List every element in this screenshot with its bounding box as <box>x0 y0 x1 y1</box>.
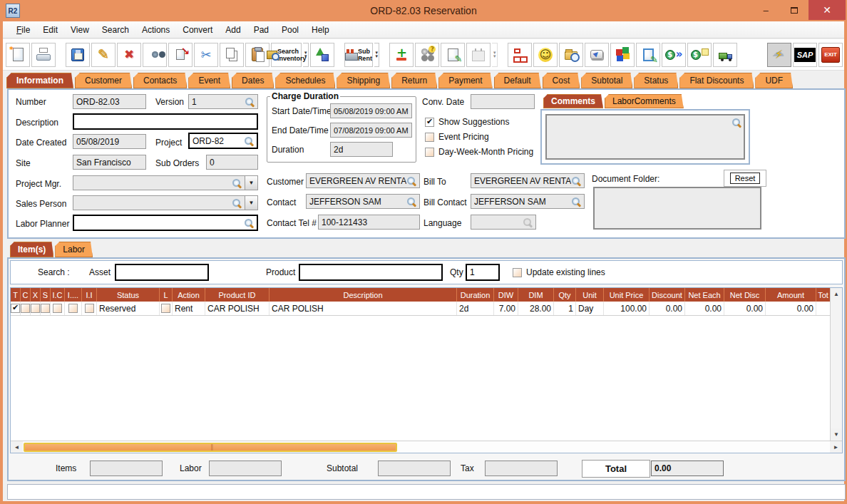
tab-status[interactable]: Status <box>634 73 678 88</box>
menu-edit[interactable]: Edit <box>36 23 64 37</box>
col-dim[interactable]: DIM <box>518 288 554 302</box>
document-folder-box[interactable] <box>593 187 761 230</box>
project-lookup-icon[interactable] <box>244 136 254 146</box>
money-transfer-button[interactable]: $» <box>662 43 686 67</box>
tab-schedules[interactable]: Schedules <box>275 73 335 88</box>
menu-search[interactable]: Search <box>96 23 135 37</box>
col-idots[interactable]: I.... <box>65 288 82 302</box>
menu-help[interactable]: Help <box>305 23 336 37</box>
table-row[interactable]: Reserved Rent CAR POLISH CAR POLISH 2d 7… <box>11 302 830 316</box>
maximize-button[interactable] <box>780 0 808 20</box>
update-lines-checkbox[interactable] <box>513 268 522 277</box>
project-mgr-field[interactable] <box>73 175 245 190</box>
row-idots-checkbox[interactable] <box>68 304 78 313</box>
find-button[interactable] <box>143 43 167 67</box>
scrollbar-thumb[interactable] <box>24 443 397 452</box>
version-field[interactable]: 1 <box>188 94 258 109</box>
sales-person-field[interactable] <box>73 195 245 210</box>
tab-cost[interactable]: Cost <box>543 73 580 88</box>
availability-button[interactable]: ? <box>415 43 439 67</box>
col-description[interactable]: Description <box>270 288 457 302</box>
menu-pool[interactable]: Pool <box>275 23 305 37</box>
scroll-up-arrow[interactable]: ▲ <box>831 288 842 300</box>
edit-button[interactable]: ✎ <box>91 43 115 67</box>
tab-comments[interactable]: Comments <box>543 94 603 108</box>
menu-file[interactable]: File <box>10 23 36 37</box>
horizontal-scrollbar[interactable]: ◄ ► <box>11 441 842 453</box>
customer-lookup-icon[interactable] <box>406 176 416 186</box>
tab-payment[interactable]: Payment <box>438 73 492 88</box>
scroll-left-arrow[interactable]: ◄ <box>11 441 23 453</box>
project-mgr-lookup-icon[interactable] <box>232 178 242 188</box>
col-duration[interactable]: Duration <box>457 288 494 302</box>
col-product-id[interactable]: Product ID <box>205 288 270 302</box>
comments-textarea[interactable] <box>545 114 745 160</box>
col-qty[interactable]: Qty <box>554 288 576 302</box>
bill-contact-field[interactable]: JEFFERSON SAM <box>471 194 585 209</box>
add-remove-lines-button[interactable]: + <box>389 43 414 67</box>
event-pricing-checkbox[interactable] <box>425 133 434 142</box>
scroll-down-arrow[interactable]: ▼ <box>831 428 842 441</box>
inventory-cubes-button[interactable] <box>610 43 635 67</box>
col-net-disc[interactable]: Net Disc <box>724 288 766 302</box>
notes-button[interactable]: ✎ <box>441 43 465 67</box>
copy-order-button[interactable]: ↘ <box>168 43 192 67</box>
bill-contact-lookup-icon[interactable] <box>571 197 581 207</box>
col-tot[interactable]: Tot <box>816 288 830 302</box>
bill-to-field[interactable]: EVERGREEN AV RENTALS <box>471 173 585 188</box>
total-button[interactable]: Total <box>582 460 650 478</box>
tab-dates[interactable]: Dates <box>232 73 274 88</box>
col-ic[interactable]: I.C <box>51 288 65 302</box>
comments-lookup-icon[interactable] <box>732 118 741 128</box>
col-l[interactable]: L <box>160 288 173 302</box>
search-inventory-button[interactable]: Search Inventory <box>271 43 302 67</box>
row-t-checkbox[interactable] <box>11 304 20 313</box>
description-input[interactable] <box>73 113 258 130</box>
day-week-month-checkbox[interactable] <box>425 148 434 157</box>
project-mgr-dropdown[interactable]: ▼ <box>245 175 258 190</box>
edit-note-button[interactable]: ✎ <box>636 43 660 67</box>
convert-button[interactable] <box>310 43 334 67</box>
sales-person-lookup-icon[interactable] <box>232 198 242 208</box>
minimize-button[interactable]: – <box>751 0 780 20</box>
customer-field[interactable]: EVERGREEN AV RENTALS <box>306 173 420 188</box>
col-diw[interactable]: DIW <box>494 288 518 302</box>
tab-labor[interactable]: Labor <box>55 242 93 257</box>
tab-flat-discounts[interactable]: Flat Discounts <box>679 73 754 88</box>
smiley-button[interactable]: ☺ <box>533 43 558 67</box>
col-status[interactable]: Status <box>97 288 160 302</box>
project-field[interactable]: ORD-82 <box>188 133 258 149</box>
document-folder-button[interactable] <box>559 43 583 67</box>
paste-button[interactable] <box>245 43 270 67</box>
new-document-button[interactable]: * <box>6 43 30 67</box>
tab-information[interactable]: Information <box>6 73 73 88</box>
menu-add[interactable]: Add <box>219 23 247 37</box>
sap-button[interactable]: SAP <box>793 43 817 67</box>
quick-lightning-button[interactable]: ☁⚡ <box>767 43 791 67</box>
copy-button[interactable] <box>220 43 244 67</box>
tab-subtotal[interactable]: Subtotal <box>581 73 632 88</box>
cut-button[interactable]: ✂ <box>194 43 218 67</box>
tab-udf[interactable]: UDF <box>755 73 793 88</box>
qty-input[interactable] <box>466 264 500 281</box>
sub-rent-button[interactable]: Sub Rent <box>344 43 373 67</box>
col-unit-price[interactable]: Unit Price <box>604 288 650 302</box>
reset-button[interactable]: Reset <box>730 173 761 184</box>
delete-button[interactable]: ✖ <box>117 43 141 67</box>
col-ii[interactable]: I.I <box>82 288 97 302</box>
tab-shipping[interactable]: Shipping <box>337 73 390 88</box>
menu-convert[interactable]: Convert <box>176 23 219 37</box>
delivery-truck-button[interactable] <box>713 43 737 67</box>
print-button[interactable] <box>31 43 56 67</box>
sales-person-dropdown[interactable]: ▼ <box>245 195 258 210</box>
labor-planner-lookup-icon[interactable] <box>244 218 254 228</box>
tab-customer[interactable]: Customer <box>75 73 132 88</box>
col-unit[interactable]: Unit <box>576 288 604 302</box>
row-s-checkbox[interactable] <box>41 304 50 313</box>
col-net-each[interactable]: Net Each <box>685 288 724 302</box>
shortcut-key-button[interactable] <box>585 43 609 67</box>
col-t[interactable]: T <box>11 288 21 302</box>
menu-actions[interactable]: Actions <box>135 23 176 37</box>
tab-return[interactable]: Return <box>391 73 437 88</box>
product-input[interactable] <box>299 264 443 281</box>
